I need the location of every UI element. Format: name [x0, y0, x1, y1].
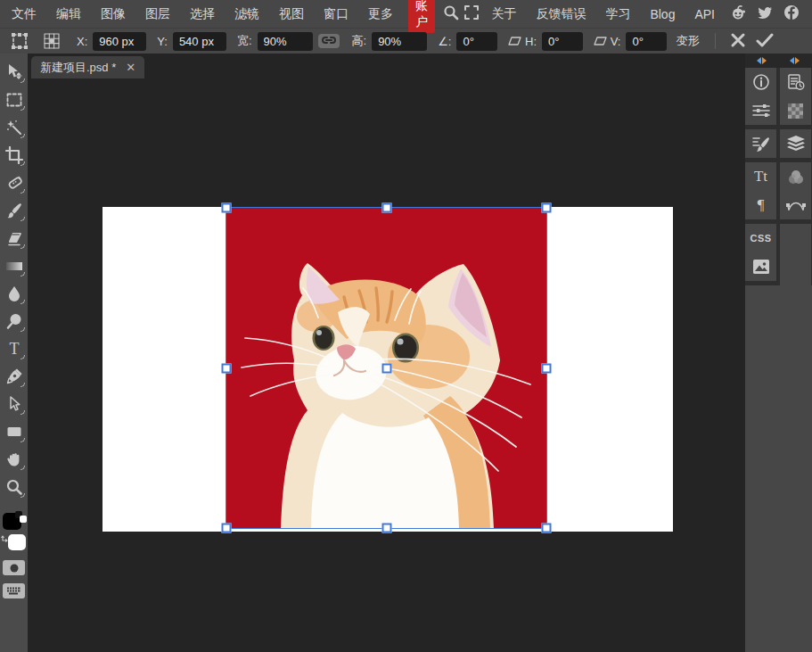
menu-layer[interactable]: 图层: [135, 0, 180, 28]
menu-image[interactable]: 图像: [91, 0, 135, 28]
history-icon: [787, 73, 805, 91]
x-input[interactable]: [93, 32, 146, 51]
y-input[interactable]: [173, 32, 226, 51]
keyboard-button[interactable]: [3, 583, 25, 598]
document-canvas[interactable]: [103, 207, 673, 532]
menu-report-bug[interactable]: 反馈错误: [526, 0, 595, 28]
menu-window[interactable]: 窗口: [314, 0, 358, 28]
panel-channels-button[interactable]: [780, 96, 811, 125]
menu-api[interactable]: API: [685, 0, 725, 28]
panel-color-button[interactable]: [780, 162, 811, 191]
angle-input[interactable]: [456, 32, 497, 51]
panel-paragraph-button[interactable]: ¶: [745, 191, 776, 219]
submenu-mark: [21, 161, 25, 166]
skew-v-label: V:: [611, 35, 621, 48]
tool-pen[interactable]: [1, 362, 27, 390]
tool-eraser[interactable]: [1, 224, 27, 252]
document-tab[interactable]: 新建项目.psd * ✕: [31, 56, 144, 78]
panel-character-button[interactable]: Tt: [745, 162, 776, 191]
menu-blog[interactable]: Blog: [640, 0, 685, 28]
width-input[interactable]: [258, 32, 313, 51]
tool-blur[interactable]: [1, 279, 27, 307]
submenu-mark: [21, 272, 25, 276]
skew-h-icon-label: H:: [508, 35, 537, 48]
transform-handle-middle-left[interactable]: [222, 363, 232, 373]
tool-brush[interactable]: [1, 196, 27, 224]
menu-filter[interactable]: 滤镜: [225, 0, 269, 28]
skew-h-label: H:: [525, 35, 537, 48]
tool-zoom[interactable]: [1, 473, 27, 500]
tool-crop[interactable]: [1, 141, 27, 169]
menu-about[interactable]: 关于: [481, 0, 526, 28]
workspace[interactable]: 新建项目.psd * ✕: [28, 54, 745, 652]
menu-file[interactable]: 文件: [2, 0, 46, 28]
panel-layers-button[interactable]: [780, 129, 811, 158]
collapse-panels-left-button[interactable]: [745, 54, 778, 68]
swap-colors-icon[interactable]: [1, 531, 11, 547]
panel-history-button[interactable]: [780, 68, 811, 96]
tool-dodge[interactable]: [1, 307, 27, 334]
collapse-panels-right-button[interactable]: [778, 54, 811, 68]
background-color-swatch[interactable]: [8, 534, 26, 550]
menu-view[interactable]: 视图: [269, 0, 314, 28]
skew-h-input[interactable]: [542, 32, 583, 51]
transform-handle-top-right[interactable]: [542, 203, 552, 213]
tool-direct-select[interactable]: [1, 390, 27, 417]
menu-more[interactable]: 更多: [358, 0, 403, 28]
submenu-mark: [21, 244, 25, 249]
tool-rectangle-shape[interactable]: [1, 417, 27, 445]
transform-handle-center[interactable]: [381, 363, 391, 373]
tool-rectangle-select[interactable]: [1, 86, 27, 113]
panel-css-button[interactable]: CSS: [745, 224, 776, 252]
panel-properties-button[interactable]: [745, 96, 776, 125]
transform-handle-top-center[interactable]: [381, 203, 391, 213]
fullscreen-button[interactable]: [464, 3, 479, 26]
account-button[interactable]: 账户: [408, 0, 435, 33]
cancel-transform-button[interactable]: [726, 29, 750, 53]
transform-handle-middle-right[interactable]: [542, 363, 552, 373]
twitter-link[interactable]: [756, 5, 774, 23]
transform-options-bar: X: Y: 宽: 高: ∠: H: V: 变形: [0, 28, 812, 54]
quick-mask-button[interactable]: [3, 560, 25, 575]
transform-handle-bottom-right[interactable]: [542, 524, 552, 533]
collapse-right-icon: [795, 57, 800, 64]
submenu-mark: [21, 189, 25, 194]
skew-v-input[interactable]: [626, 32, 667, 51]
confirm-transform-button[interactable]: [753, 29, 776, 53]
tool-hand[interactable]: [1, 445, 27, 473]
default-colors-icon[interactable]: [15, 511, 27, 523]
search-button[interactable]: [443, 3, 459, 26]
dock-header: [745, 54, 812, 68]
tool-move[interactable]: [1, 58, 27, 86]
dock-columns: Tt ¶ CSS: [745, 68, 812, 285]
svg-text:T: T: [9, 340, 19, 358]
panel-paths-button[interactable]: [780, 191, 811, 219]
facebook-link[interactable]: [783, 5, 800, 23]
reddit-icon: [729, 4, 747, 24]
submenu-mark: [21, 78, 25, 83]
layers-icon: [786, 135, 806, 153]
panel-brush-settings-button[interactable]: [745, 129, 776, 158]
tool-gradient[interactable]: [1, 252, 27, 279]
tab-close-button[interactable]: ✕: [126, 62, 135, 73]
tool-type[interactable]: T: [1, 334, 27, 362]
link-dimensions-button[interactable]: [318, 34, 340, 48]
confirm-icon: [756, 33, 774, 50]
panel-info-button[interactable]: [745, 68, 776, 96]
properties-sliders-icon: [752, 103, 770, 119]
reddit-link[interactable]: [729, 5, 747, 23]
warp-button[interactable]: 变形: [676, 33, 699, 49]
collapse-left-icon: [757, 57, 761, 64]
panel-image-button[interactable]: [745, 252, 776, 281]
tool-spot-heal[interactable]: [1, 169, 27, 196]
transform-handle-bottom-center[interactable]: [381, 524, 391, 533]
height-input[interactable]: [372, 32, 427, 51]
free-transform-icon: [8, 29, 31, 53]
transform-handle-top-left[interactable]: [222, 203, 232, 213]
tool-magic-wand[interactable]: [1, 113, 27, 141]
reference-point-icon[interactable]: [40, 29, 63, 53]
transform-handle-bottom-left[interactable]: [222, 524, 232, 533]
menu-learn[interactable]: 学习: [595, 0, 640, 28]
menu-edit[interactable]: 编辑: [46, 0, 91, 28]
menu-select[interactable]: 选择: [180, 0, 225, 28]
